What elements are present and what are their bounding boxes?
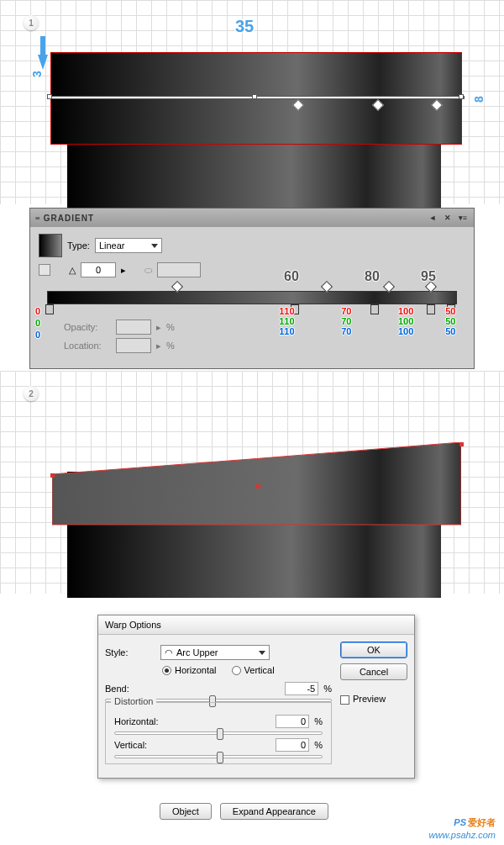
anchor-point[interactable] xyxy=(47,94,52,99)
anchor-point[interactable] xyxy=(252,94,257,99)
dialog-title[interactable]: Warp Options xyxy=(98,615,414,635)
unit: % xyxy=(314,740,323,750)
r-value: 70 xyxy=(317,306,376,316)
brand-a: PS xyxy=(454,817,466,827)
dimension-width: 35 xyxy=(235,17,254,36)
style-label: Style: xyxy=(105,647,155,658)
canvas-step-2: 2 xyxy=(0,371,504,594)
step-badge: 2 xyxy=(24,386,39,401)
stop-position: 80 xyxy=(365,269,380,284)
gradient-panel: ▪▪ GRADIENT ◄ ✕ ▾≡ Type: Linear △ 0 ▸ ⬭ xyxy=(29,208,475,369)
b-value: 50 xyxy=(436,326,465,336)
preview-label: Preview xyxy=(353,694,386,704)
center-point[interactable] xyxy=(256,484,260,489)
canvas-step-1: 1 35 3 8 xyxy=(0,0,504,206)
bend-label: Bend: xyxy=(105,684,155,694)
b-value: 0 xyxy=(35,330,40,340)
footer-buttons: Object Expand Appearance xyxy=(160,803,328,820)
dist-h-slider[interactable] xyxy=(114,731,323,735)
preview-checkbox[interactable]: Preview xyxy=(340,694,407,705)
horizontal-radio[interactable]: Horizontal xyxy=(162,665,217,675)
g-value: 110 xyxy=(257,316,317,326)
radio-label: Horizontal xyxy=(175,665,217,675)
dimension-right: 8 xyxy=(472,96,486,103)
type-value: Linear xyxy=(99,240,125,251)
opacity-label: Opacity: xyxy=(64,322,111,332)
r-value: 110 xyxy=(257,306,317,316)
stepper-icon[interactable]: ▸ xyxy=(156,322,161,333)
color-stop[interactable] xyxy=(45,304,54,314)
grip-icon: ▪▪ xyxy=(35,213,39,223)
r-value: 50 xyxy=(436,306,465,316)
warped-rectangle[interactable] xyxy=(52,442,461,535)
distortion-group: Distortion xyxy=(111,696,156,706)
rgb-left: 0 0 0 xyxy=(35,306,40,340)
unit: % xyxy=(166,322,175,332)
ok-button[interactable]: OK xyxy=(340,642,407,658)
unit: % xyxy=(166,341,175,351)
aspect-icon: ⬭ xyxy=(144,265,152,276)
stop-position: 95 xyxy=(421,269,436,284)
stepper-icon[interactable]: ▸ xyxy=(156,341,161,351)
anchor-point[interactable] xyxy=(459,94,464,99)
cylinder-shape xyxy=(67,145,441,208)
step-badge: 1 xyxy=(24,15,39,30)
type-dropdown[interactable]: Linear xyxy=(95,238,162,253)
vertical-radio[interactable]: Vertical xyxy=(232,665,275,675)
warp-options-dialog: Warp Options Style: ◠ Arc Upper Horizont… xyxy=(97,615,415,779)
location-label: Location: xyxy=(64,341,111,351)
angle-icon: △ xyxy=(69,265,76,276)
b-value: 110 xyxy=(257,326,317,336)
panel-title: GRADIENT xyxy=(44,214,423,223)
r-value: 100 xyxy=(376,306,436,316)
brand-url: www.psahz.com xyxy=(429,830,496,840)
radio-icon xyxy=(162,666,171,675)
type-label: Type: xyxy=(67,240,90,251)
style-dropdown[interactable]: ◠ Arc Upper xyxy=(160,645,270,660)
unit: % xyxy=(323,684,332,694)
checkbox-icon xyxy=(340,695,349,705)
close-icon[interactable]: ✕ xyxy=(442,212,454,224)
stepper-icon[interactable]: ▸ xyxy=(121,265,126,276)
opacity-input xyxy=(116,320,151,335)
rgb-values-grid: 110 70 100 50 110 70 100 50 110 70 100 5… xyxy=(257,306,465,336)
dist-v-input[interactable]: 0 xyxy=(276,738,309,752)
g-value: 100 xyxy=(376,316,436,326)
selection-handle[interactable] xyxy=(50,473,55,478)
menu-icon[interactable]: ▾≡ xyxy=(457,212,469,224)
b-value: 100 xyxy=(376,326,436,336)
angle-input[interactable]: 0 xyxy=(81,262,116,277)
watermark: PS爱好者 www.psahz.com xyxy=(429,811,496,840)
dist-h-input[interactable]: 0 xyxy=(276,715,309,728)
gradient-swatch[interactable] xyxy=(39,234,62,257)
brand-b: 爱好者 xyxy=(468,817,496,827)
stop-position: 60 xyxy=(284,269,299,284)
aspect-input xyxy=(157,262,201,277)
expand-appearance-button[interactable]: Expand Appearance xyxy=(220,803,328,820)
radio-icon xyxy=(232,666,241,675)
collapse-icon[interactable]: ◄ xyxy=(427,212,438,224)
g-value: 0 xyxy=(35,318,40,328)
dimension-height: 3 xyxy=(30,71,44,77)
dist-v-label: Vertical: xyxy=(114,740,165,750)
radio-label: Vertical xyxy=(244,665,275,675)
location-input xyxy=(116,338,151,353)
selection-handle[interactable] xyxy=(459,442,464,446)
cancel-button[interactable]: Cancel xyxy=(340,663,407,680)
unit: % xyxy=(314,716,323,726)
style-value: Arc Upper xyxy=(176,647,218,658)
b-value: 70 xyxy=(317,326,376,336)
arrow-down-icon xyxy=(38,55,48,70)
dist-h-label: Horizontal: xyxy=(114,716,165,726)
reverse-icon[interactable] xyxy=(39,264,50,276)
g-value: 50 xyxy=(436,316,465,326)
bend-input[interactable]: -5 xyxy=(285,682,318,695)
object-button[interactable]: Object xyxy=(160,803,212,820)
arc-upper-icon: ◠ xyxy=(165,647,173,658)
panel-header[interactable]: ▪▪ GRADIENT ◄ ✕ ▾≡ xyxy=(30,209,474,227)
gradient-ramp[interactable] xyxy=(47,291,457,304)
r-value: 0 xyxy=(35,306,40,316)
g-value: 70 xyxy=(317,316,376,326)
dist-v-slider[interactable] xyxy=(114,755,323,758)
